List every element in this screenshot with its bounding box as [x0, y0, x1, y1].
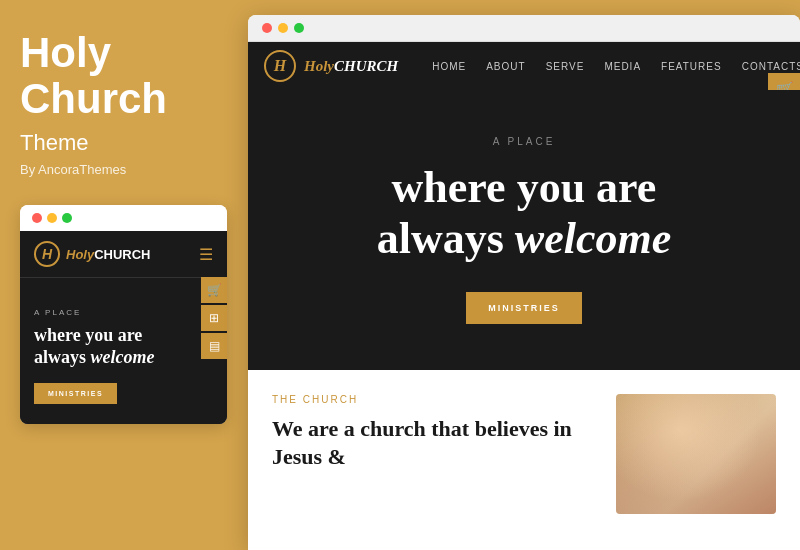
browser-dot-red — [262, 23, 272, 33]
hero-title: where you are always welcome — [377, 163, 672, 264]
mobile-eyebrow: A PLACE — [34, 308, 213, 317]
theme-title: Holy Church — [20, 30, 228, 122]
mobile-sidebar-icons: 🛒 ⊞ ▤ — [201, 277, 227, 359]
hero-eyebrow: A PLACE — [493, 136, 556, 147]
desktop-hero: A PLACE where you are always welcome MIN… — [248, 90, 800, 370]
browser-titlebar — [248, 15, 800, 42]
mobile-logo-circle: H — [34, 241, 60, 267]
desktop-nav: H HolyCHURCH HOME ABOUT SERVE MEDIA FEAT… — [248, 42, 800, 90]
mobile-cta-button[interactable]: MINISTRIES — [34, 383, 117, 404]
desktop-nav-links: HOME ABOUT SERVE MEDIA FEATURES CONTACTS… — [422, 54, 800, 79]
browser-dot-green — [294, 23, 304, 33]
content-heading: We are a church that believes in Jesus & — [272, 415, 596, 470]
mobile-hero: A PLACE where you are always welcome MIN… — [20, 278, 227, 423]
desktop-logo-text: HolyCHURCH — [304, 57, 398, 75]
mobile-grid-icon[interactable]: ⊞ — [201, 305, 227, 331]
dot-red — [32, 213, 42, 223]
content-image — [616, 394, 776, 514]
desktop-content: THE CHURCH We are a church that believes… — [248, 370, 800, 530]
dot-yellow — [47, 213, 57, 223]
nav-serve[interactable]: SERVE — [536, 61, 595, 72]
mobile-titlebar — [20, 205, 227, 231]
theme-by: By AncoraThemes — [20, 162, 228, 177]
mobile-preview: H HolyCHURCH ☰ A PLACE where you are alw… — [20, 205, 227, 423]
browser-dot-yellow — [278, 23, 288, 33]
nav-home[interactable]: HOME — [422, 61, 476, 72]
hero-cta-button[interactable]: MINISTRIES — [466, 292, 582, 324]
nav-contacts[interactable]: CONTACTS — [732, 61, 800, 72]
left-panel: Holy Church Theme By AncoraThemes H Holy… — [0, 0, 248, 550]
mobile-logo: H HolyCHURCH — [34, 241, 151, 267]
section-label: THE CHURCH — [272, 394, 596, 405]
mobile-body: H HolyCHURCH ☰ A PLACE where you are alw… — [20, 231, 227, 423]
dot-green — [62, 213, 72, 223]
desktop-logo: H HolyCHURCH — [264, 50, 398, 82]
mobile-hero-title: where you are always welcome — [34, 325, 213, 368]
desktop-logo-circle: H — [264, 50, 296, 82]
content-text: THE CHURCH We are a church that believes… — [272, 394, 596, 530]
mobile-logo-text: HolyCHURCH — [66, 247, 151, 262]
mobile-file-icon[interactable]: ▤ — [201, 333, 227, 359]
nav-features[interactable]: FEATURES — [651, 61, 732, 72]
hamburger-icon[interactable]: ☰ — [199, 245, 213, 264]
nav-media[interactable]: MEDIA — [594, 61, 651, 72]
nav-about[interactable]: ABOUT — [476, 61, 535, 72]
mobile-cart-icon[interactable]: 🛒 — [201, 277, 227, 303]
desktop-browser: H HolyCHURCH HOME ABOUT SERVE MEDIA FEAT… — [248, 15, 800, 550]
mobile-nav: H HolyCHURCH ☰ — [20, 231, 227, 278]
theme-subtitle: Theme — [20, 130, 228, 156]
